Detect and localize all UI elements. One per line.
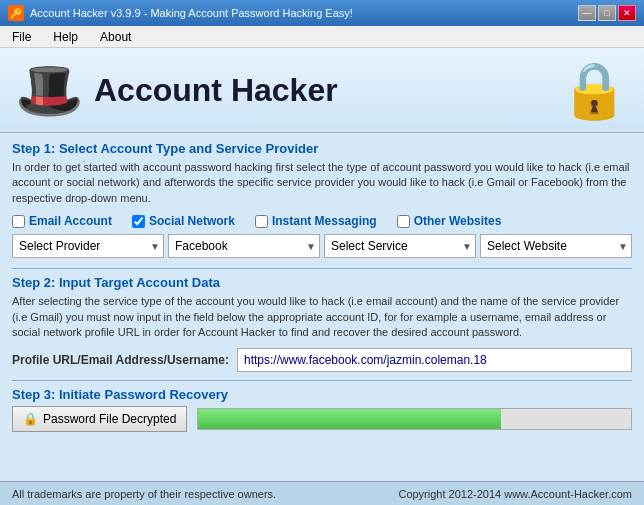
social-network-label: Social Network [149,214,235,228]
step1-section: Step 1: Select Account Type and Service … [12,141,632,258]
profile-input[interactable] [237,348,632,372]
profile-label: Profile URL/Email Address/Username: [12,353,229,367]
social-network-checkbox[interactable] [132,215,145,228]
email-account-checkbox-label[interactable]: Email Account [12,214,112,228]
lock-icon: 🔒 [560,58,629,123]
other-websites-checkbox-label[interactable]: Other Websites [397,214,502,228]
minimize-button[interactable]: — [578,5,596,21]
instant-messaging-checkbox-label[interactable]: Instant Messaging [255,214,377,228]
facebook-dropdown[interactable]: Facebook [168,234,320,258]
other-websites-label: Other Websites [414,214,502,228]
progress-bar-container [197,408,632,430]
window-controls[interactable]: — □ ✕ [578,5,636,21]
divider-2 [12,380,632,381]
header-left: 🎩 Account Hacker [15,63,338,118]
decrypt-btn-label: Password File Decrypted [43,412,176,426]
divider-1 [12,268,632,269]
dropdowns-row: Select Provider ▼ Facebook ▼ Select Serv… [12,234,632,258]
email-account-label: Email Account [29,214,112,228]
step2-description: After selecting the service type of the … [12,294,632,340]
footer-right: Copyright 2012-2014 www.Account-Hacker.c… [398,488,632,500]
app-header: 🎩 Account Hacker 🔒 [0,48,644,133]
website-dropdown[interactable]: Select Website [480,234,632,258]
hat-icon: 🎩 [15,63,84,118]
menu-bar: File Help About [0,26,644,48]
menu-about[interactable]: About [94,28,137,46]
instant-messaging-label: Instant Messaging [272,214,377,228]
step1-description: In order to get started with account pas… [12,160,632,206]
title-bar-left: 🔑 Account Hacker v3.9.9 - Making Account… [8,5,353,21]
main-content: Step 1: Select Account Type and Service … [0,133,644,440]
email-account-checkbox[interactable] [12,215,25,228]
app-title: Account Hacker [94,72,338,109]
lock-small-icon: 🔒 [23,412,38,426]
service-dropdown-wrapper: Select Service ▼ [324,234,476,258]
footer: All trademarks are property of their res… [0,481,644,505]
website-dropdown-wrapper: Select Website ▼ [480,234,632,258]
instant-messaging-checkbox[interactable] [255,215,268,228]
menu-file[interactable]: File [6,28,37,46]
profile-row: Profile URL/Email Address/Username: [12,348,632,372]
progress-bar [198,409,501,429]
window-title: Account Hacker v3.9.9 - Making Account P… [30,7,353,19]
facebook-dropdown-wrapper: Facebook ▼ [168,234,320,258]
title-bar: 🔑 Account Hacker v3.9.9 - Making Account… [0,0,644,26]
recover-row: 🔒 Password File Decrypted [12,406,632,432]
decrypt-button[interactable]: 🔒 Password File Decrypted [12,406,187,432]
checkboxes-row: Email Account Social Network Instant Mes… [12,214,632,228]
step2-section: Step 2: Input Target Account Data After … [12,275,632,372]
maximize-button[interactable]: □ [598,5,616,21]
menu-help[interactable]: Help [47,28,84,46]
step3-title: Step 3: Initiate Password Recovery [12,387,632,402]
service-dropdown[interactable]: Select Service [324,234,476,258]
step1-title: Step 1: Select Account Type and Service … [12,141,632,156]
social-network-checkbox-label[interactable]: Social Network [132,214,235,228]
close-button[interactable]: ✕ [618,5,636,21]
step2-title: Step 2: Input Target Account Data [12,275,632,290]
footer-left: All trademarks are property of their res… [12,488,276,500]
provider-dropdown-wrapper: Select Provider ▼ [12,234,164,258]
provider-dropdown[interactable]: Select Provider [12,234,164,258]
app-icon: 🔑 [8,5,24,21]
other-websites-checkbox[interactable] [397,215,410,228]
step3-section: Step 3: Initiate Password Recovery 🔒 Pas… [12,387,632,432]
